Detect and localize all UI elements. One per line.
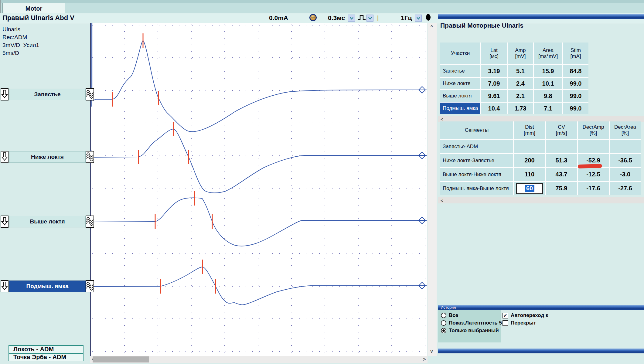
emg-application-window: Motor Правый Ulnaris Abd V 0.0mA 0.3мс |… xyxy=(0,0,644,364)
column-header: CV [m/s] xyxy=(546,121,577,139)
value-cell: -3.0 xyxy=(610,168,641,181)
row-label[interactable]: Запястье xyxy=(440,65,480,77)
stimulus-frequency-value: 1Гц xyxy=(401,14,412,22)
column-header: Участки xyxy=(440,43,480,64)
tab-motor[interactable]: Motor xyxy=(2,3,65,14)
row-label[interactable]: Выше локтя xyxy=(440,90,480,102)
trace-label[interactable]: Ниже локтя xyxy=(9,151,86,163)
history-checkbox-2[interactable]: Перекрыт xyxy=(503,320,536,326)
radio-label: Все xyxy=(449,312,458,318)
scroll-right-icon[interactable]: > xyxy=(423,357,426,362)
row-label[interactable]: Ниже локтя-Запястье xyxy=(440,154,513,167)
pulse-shape-icon xyxy=(357,14,366,22)
history-radio-3[interactable]: Только выбранный xyxy=(441,328,499,334)
trace-move-button[interactable] xyxy=(1,88,9,100)
radio-button[interactable] xyxy=(441,313,446,318)
red-underline-annotation xyxy=(578,164,602,168)
waveform-icon xyxy=(86,151,94,162)
trace-move-button[interactable] xyxy=(1,216,9,228)
column-header: DecrAmp [%] xyxy=(578,121,609,139)
waveform-plot-area[interactable] xyxy=(90,23,427,356)
value-cell: -36.5 xyxy=(610,154,641,167)
trace-waveform-button[interactable] xyxy=(86,216,94,228)
value-cell: 10.1 xyxy=(534,78,562,89)
horizontal-scroll-thumb[interactable] xyxy=(93,356,149,362)
footer-button-1[interactable]: Локоть - ADM xyxy=(9,345,83,353)
scroll-left-icon[interactable]: < xyxy=(441,198,443,203)
window-top-strip xyxy=(0,0,644,3)
column-header: Area [ms*mV] xyxy=(534,43,562,64)
value-cell: 7.1 xyxy=(534,103,562,114)
scroll-down-icon[interactable]: v xyxy=(430,349,433,354)
trace-row-2[interactable]: Ниже локтя xyxy=(0,151,95,163)
value-cell: 2.4 xyxy=(508,78,533,89)
waveform-icon xyxy=(86,216,94,227)
checkbox-label: Перекрыт xyxy=(511,320,536,326)
radio-button[interactable] xyxy=(441,328,446,333)
distance-input[interactable]: 60 xyxy=(516,183,543,194)
trace-row-3[interactable]: Выше локтя xyxy=(0,216,95,228)
history-section-header: История xyxy=(438,305,644,310)
pulse-duration-dropdown[interactable] xyxy=(348,15,355,22)
page-title: Правый Ulnaris Abd V xyxy=(2,14,74,22)
scroll-up-icon[interactable]: ^ xyxy=(430,25,433,29)
scroll-left-icon[interactable]: < xyxy=(441,117,443,122)
trace-waveform-button[interactable] xyxy=(86,88,94,100)
value-cell: 43.7 xyxy=(546,168,577,181)
value-cell: 99.0 xyxy=(563,90,588,102)
trace-label[interactable]: Выше локтя xyxy=(9,216,86,227)
waveform-icon xyxy=(86,89,94,100)
waveform-trace-1 xyxy=(93,41,422,132)
trace-waveform-button[interactable] xyxy=(86,280,94,292)
stimulator-knob-icon[interactable] xyxy=(309,14,317,21)
waveform-trace-2 xyxy=(90,129,422,193)
radio-button[interactable] xyxy=(441,320,446,326)
history-radio-1[interactable]: Все xyxy=(441,312,458,318)
down-arrow-icon xyxy=(1,89,8,100)
row-label[interactable]: Подмыш. ямка-Выше локтя xyxy=(440,182,513,195)
history-checkbox-1[interactable]: ✓Автопереход к xyxy=(503,312,548,318)
value-cell: 9.61 xyxy=(481,90,507,102)
trace-row-1[interactable]: Запястье xyxy=(0,88,95,100)
frequency-dropdown[interactable] xyxy=(415,15,422,22)
segments-table-scroll-strip[interactable]: < xyxy=(438,197,644,203)
panel-footer-bar xyxy=(438,349,644,353)
history-radio-2[interactable]: Показ.Латентность 5 xyxy=(441,320,502,326)
trace-row-4[interactable]: Подмыш. ямка xyxy=(0,280,95,292)
column-header: Lat [мс] xyxy=(481,43,507,64)
trace-label[interactable]: Подмыш. ямка xyxy=(9,281,86,292)
trace-waveform-button[interactable] xyxy=(86,151,94,163)
row-label[interactable]: Подмыш. ямка xyxy=(440,103,480,114)
value-cell: 84.8 xyxy=(563,65,588,77)
chevron-down-icon xyxy=(349,17,354,20)
channel-info: Ulnaris Rec:ADM 3mV/D Усил1 5ms/D xyxy=(2,26,39,57)
trace-move-button[interactable] xyxy=(1,280,9,292)
results-table-scroll-strip[interactable]: < xyxy=(438,116,644,122)
tab-bar xyxy=(0,3,644,14)
value-cell: -17.6 xyxy=(578,182,609,195)
value-cell xyxy=(610,140,641,153)
pulse-shape-dropdown[interactable] xyxy=(366,15,373,22)
panel-header-bar xyxy=(438,14,644,19)
value-cell: 2.1 xyxy=(508,90,533,102)
trace-move-button[interactable] xyxy=(1,151,9,163)
trace-label[interactable]: Запястье xyxy=(9,89,86,100)
results-table: УчасткиLat [мс]Amp [mV]Area [ms*mV]Stim … xyxy=(440,43,588,114)
waveform-trace-4 xyxy=(90,267,422,305)
footer-button-2[interactable]: Точка Эрба - ADM xyxy=(9,353,83,361)
row-label[interactable]: Запястье-ADM xyxy=(440,140,513,153)
checkbox[interactable]: ✓ xyxy=(503,313,508,318)
row-label[interactable]: Выше локтя-Ниже локтя xyxy=(440,168,513,181)
value-cell: 9.8 xyxy=(534,90,562,102)
value-cell: 10.4 xyxy=(481,103,507,114)
value-cell: 200 xyxy=(514,154,545,167)
down-arrow-icon xyxy=(1,216,8,227)
value-cell: -27.6 xyxy=(610,182,641,195)
row-label[interactable]: Ниже локтя xyxy=(440,78,480,89)
column-header: DecrArea [%] xyxy=(610,121,641,139)
stimulus-current-value: 0.0mA xyxy=(269,14,288,22)
vertical-scrollbar[interactable]: ^ v xyxy=(428,23,437,356)
waveform-icon xyxy=(86,281,94,292)
value-cell: 1.73 xyxy=(508,103,533,114)
checkbox[interactable] xyxy=(503,320,508,326)
